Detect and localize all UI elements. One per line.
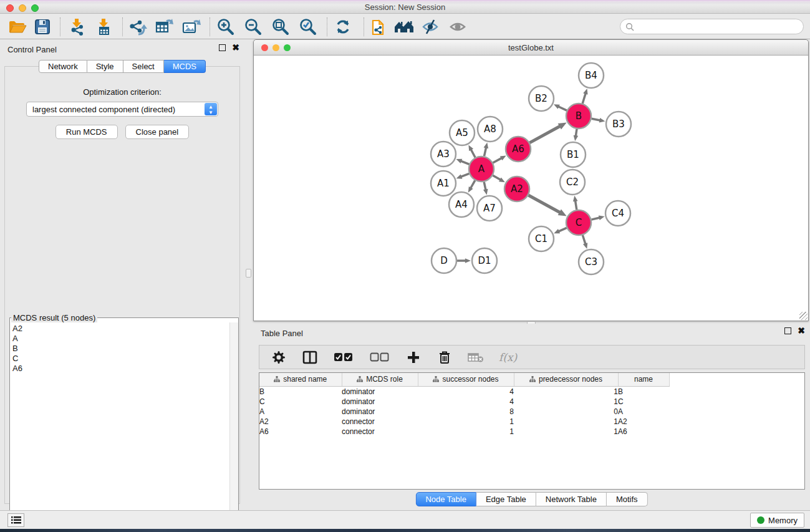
column-header[interactable]: successor nodes: [418, 373, 514, 386]
graph-edge[interactable]: [528, 195, 560, 213]
table-cell[interactable]: B: [618, 386, 669, 397]
column-header[interactable]: name: [618, 373, 669, 386]
table-cell[interactable]: dominator: [342, 386, 418, 397]
close-panel-button[interactable]: Close panel: [125, 125, 190, 139]
table-cell[interactable]: A6: [259, 427, 342, 437]
close-panel-icon[interactable]: ✖: [232, 44, 239, 51]
show-all-button[interactable]: [445, 16, 470, 37]
export-network-button[interactable]: [125, 16, 150, 37]
graph-edge[interactable]: [529, 126, 560, 143]
save-session-button[interactable]: [30, 16, 55, 37]
graph-edge[interactable]: [484, 182, 486, 190]
network-window-titlebar[interactable]: testGlobe.txt: [254, 40, 808, 56]
function-builder-icon[interactable]: f(x): [499, 351, 517, 364]
import-table-button[interactable]: [91, 16, 116, 37]
window-resize-grip[interactable]: [799, 312, 808, 320]
hide-selected-button[interactable]: [418, 16, 443, 37]
table-cell[interactable]: dominator: [342, 407, 418, 417]
table-cell[interactable]: A: [618, 407, 669, 417]
table-cell[interactable]: 8: [418, 407, 514, 417]
table-cell[interactable]: A2: [259, 417, 342, 427]
network-graph[interactable]: B4B2BB3A5A8A6B1A3AC2A1A2A4A7C4CC1C3DD1: [254, 56, 808, 321]
apply-layout-button[interactable]: [330, 16, 355, 37]
graph-edge[interactable]: [576, 129, 577, 136]
table-cell[interactable]: 1: [418, 427, 514, 437]
graph-edge[interactable]: [592, 118, 600, 120]
zoom-in-button[interactable]: [213, 16, 238, 37]
zoom-fit-button[interactable]: [268, 16, 293, 37]
graph-edge[interactable]: [493, 158, 501, 163]
table-row[interactable]: A2connector11A2: [259, 417, 670, 427]
tab-edge-table[interactable]: Edge Table: [476, 492, 536, 506]
table-cell[interactable]: A: [259, 407, 342, 417]
table-cell[interactable]: 1: [514, 397, 618, 407]
panel-splitter[interactable]: [244, 39, 253, 510]
tab-style[interactable]: Style: [87, 60, 123, 73]
float-table-panel-icon[interactable]: [784, 327, 791, 334]
delete-table-icon[interactable]: [468, 349, 484, 365]
table-cell[interactable]: 4: [418, 386, 514, 397]
table-cell[interactable]: 4: [418, 397, 514, 407]
search-field[interactable]: [620, 19, 804, 34]
zoom-selected-button[interactable]: [296, 16, 321, 37]
column-header[interactable]: shared name: [259, 373, 342, 386]
tab-motifs[interactable]: Motifs: [607, 492, 648, 506]
run-mcds-button[interactable]: Run MCDS: [55, 125, 118, 139]
new-network-from-selection-button[interactable]: [367, 16, 392, 37]
column-header[interactable]: predecessor nodes: [514, 373, 618, 386]
table-cell[interactable]: 1: [514, 427, 618, 437]
table-cell[interactable]: 1: [418, 417, 514, 427]
export-table-button[interactable]: [152, 16, 176, 37]
column-header[interactable]: MCDS role: [342, 373, 418, 386]
mcds-result-list[interactable]: A2ABCA6: [10, 322, 229, 526]
table-cell[interactable]: 1: [514, 386, 618, 397]
tab-network[interactable]: Network: [39, 60, 87, 73]
mcds-result-item[interactable]: A2: [12, 324, 229, 334]
node-table[interactable]: shared nameMCDS rolesuccessor nodesprede…: [259, 372, 805, 490]
delete-column-trash-icon[interactable]: [436, 349, 453, 365]
table-cell[interactable]: C: [259, 397, 342, 407]
table-row[interactable]: Bdominator41B: [259, 386, 670, 397]
export-image-button[interactable]: [178, 16, 203, 37]
graph-edge[interactable]: [582, 94, 586, 104]
search-input[interactable]: [637, 21, 803, 33]
graph-edge[interactable]: [558, 107, 567, 110]
zoom-out-button[interactable]: [241, 16, 266, 37]
graph-edge[interactable]: [484, 147, 486, 156]
criterion-select[interactable]: largest connected component (directed) ▲…: [26, 102, 218, 117]
first-neighbors-button[interactable]: [392, 16, 417, 37]
mcds-result-item[interactable]: A: [12, 334, 229, 344]
graph-edge[interactable]: [461, 173, 469, 177]
table-cell[interactable]: A2: [618, 417, 669, 427]
graph-edge[interactable]: [471, 180, 475, 188]
select-all-columns-icon[interactable]: [333, 349, 354, 365]
show-column-panel-icon[interactable]: [302, 349, 318, 365]
table-options-gear-icon[interactable]: [271, 349, 287, 365]
table-cell[interactable]: connector: [342, 427, 418, 437]
memory-button[interactable]: Memory: [750, 513, 804, 528]
table-cell[interactable]: connector: [342, 417, 418, 427]
table-cell[interactable]: 0: [514, 407, 618, 417]
table-row[interactable]: A6connector11A6: [259, 427, 670, 437]
mcds-result-item[interactable]: A6: [12, 364, 229, 374]
table-row[interactable]: Cdominator41C: [259, 397, 670, 407]
table-cell[interactable]: C: [618, 397, 669, 407]
mcds-result-item[interactable]: B: [12, 344, 229, 354]
graph-edge[interactable]: [493, 175, 500, 180]
tab-mcds[interactable]: MCDS: [164, 60, 206, 73]
graph-edge[interactable]: [576, 201, 577, 210]
graph-edge[interactable]: [582, 235, 586, 244]
table-row[interactable]: Adominator80A: [259, 407, 670, 417]
graph-edge[interactable]: [559, 228, 567, 231]
float-panel-icon[interactable]: [219, 44, 226, 51]
graph-edge[interactable]: [461, 161, 469, 164]
tab-select[interactable]: Select: [123, 60, 164, 73]
network-canvas[interactable]: B4B2BB3A5A8A6B1A3AC2A1A2A4A7C4CC1C3DD1: [254, 56, 808, 321]
table-cell[interactable]: A6: [618, 427, 669, 437]
unselect-all-columns-icon[interactable]: [369, 349, 390, 365]
table-cell[interactable]: dominator: [342, 397, 418, 407]
graph-edge[interactable]: [471, 150, 475, 158]
close-table-panel-icon[interactable]: ✖: [798, 327, 805, 334]
result-scrollbar[interactable]: [229, 322, 238, 526]
tab-node-table[interactable]: Node Table: [415, 492, 476, 506]
